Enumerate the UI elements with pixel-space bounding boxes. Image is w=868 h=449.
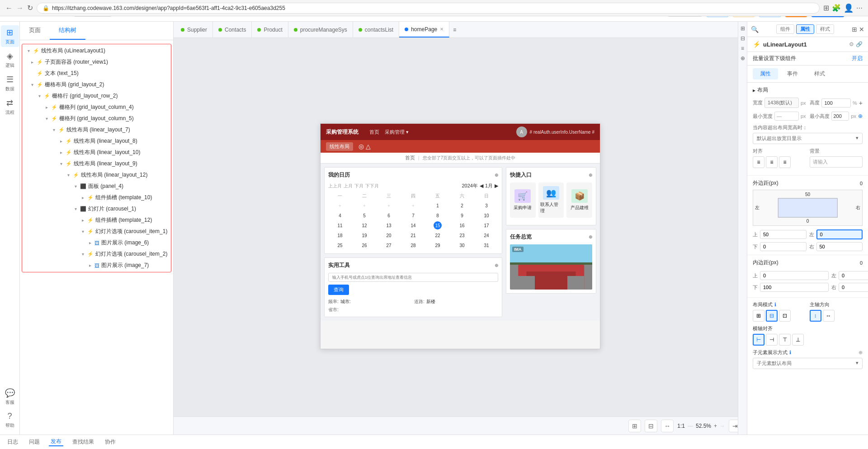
subtab-icon-2[interactable]: △: [366, 143, 371, 150]
tree-item-linear_layout_9[interactable]: ▾ ⚡ 线性布局 (linear_layout_9): [58, 158, 171, 169]
sub-tab-styles[interactable]: 样式: [807, 68, 832, 80]
rs-icon-4[interactable]: ⊕: [741, 55, 745, 61]
overflow-select[interactable]: 默认超出放宽日显示 ▾: [753, 133, 863, 144]
rp-props-tab[interactable]: 属性: [796, 24, 814, 34]
cal-cell[interactable]: 14: [401, 221, 425, 230]
extensions-icon[interactable]: 🧩: [832, 4, 841, 12]
cal-cell[interactable]: 25: [328, 241, 352, 250]
margin-left-input[interactable]: [816, 229, 863, 239]
tools-expand-icon[interactable]: ⊕: [495, 263, 498, 268]
cal-cell[interactable]: 23: [450, 231, 474, 240]
cal-cell[interactable]: 29: [426, 241, 449, 250]
cal-cell[interactable]: 16: [450, 221, 474, 230]
batch-toggle[interactable]: 开启: [852, 55, 863, 62]
tree-item-router_view1[interactable]: ▸ ⚡ 子页面容器 (router_view1): [29, 56, 171, 68]
align-right-btn[interactable]: ≡: [779, 156, 791, 168]
sidebar-item-service[interactable]: 💬 客服: [1, 386, 19, 407]
tree-item-uLinearLayout1[interactable]: ▾ ⚡ 线性布局 (uLinearLayout1): [22, 45, 171, 56]
quick-expand-icon[interactable]: ⊕: [589, 173, 592, 178]
cal-cell[interactable]: 30: [450, 241, 474, 250]
tasks-expand-icon[interactable]: ⊕: [589, 234, 592, 239]
layout-button[interactable]: ↔: [661, 420, 674, 432]
quick-icon-contacts[interactable]: 👥 联系人管理: [538, 182, 564, 218]
tree-item-grid_layout_column_4[interactable]: ▸ ⚡ 栅格列 (grid_layout_column_4): [44, 102, 171, 113]
tab-close-icon[interactable]: ✕: [440, 27, 443, 32]
tools-search-input[interactable]: [328, 273, 498, 282]
sidebar-item-logic[interactable]: ◈ 逻辑: [1, 49, 19, 70]
sidebar-item-data[interactable]: ☰ 数据: [1, 72, 19, 94]
cal-nav-prev-prev[interactable]: 上上月: [328, 183, 342, 189]
sidebar-item-help[interactable]: ? 帮助: [1, 409, 19, 431]
height-input[interactable]: 100: [821, 98, 851, 108]
tree-item-grid_layout_column_5[interactable]: ▾ ⚡ 栅格列 (grid_layout_column_5): [44, 113, 171, 124]
cal-cell[interactable]: 24: [475, 231, 498, 240]
cal-cell[interactable]: 22: [426, 231, 449, 240]
layout-mode-btn-1[interactable]: ⊞: [753, 310, 764, 322]
tabs-menu-button[interactable]: ≡: [449, 22, 460, 37]
rp-delete-icon[interactable]: ✕: [859, 26, 864, 33]
layout-mode-btn-3[interactable]: ⊡: [779, 310, 791, 322]
rp-search-icon[interactable]: 🔍: [751, 26, 759, 33]
cal-nav-next[interactable]: 下月: [354, 183, 363, 189]
min-height-input[interactable]: 200: [831, 112, 849, 121]
cross-axis-btn-4[interactable]: ⊥: [792, 334, 804, 346]
cal-cell[interactable]: 3: [475, 201, 498, 210]
cal-cell[interactable]: 1: [426, 201, 449, 210]
cal-cell[interactable]: +: [328, 201, 352, 210]
cal-cell[interactable]: 10: [475, 211, 498, 220]
bottom-tab-issues[interactable]: 问题: [27, 438, 42, 446]
align-left-btn[interactable]: ≡: [753, 156, 764, 168]
rp-link-icon[interactable]: 🔗: [856, 41, 863, 47]
tab-product[interactable]: Product: [252, 22, 288, 37]
cal-arrow-right[interactable]: ▶: [495, 183, 498, 189]
width-input[interactable]: 1438(默认): [764, 98, 799, 108]
cal-cell[interactable]: 12: [353, 221, 376, 230]
cal-nav-next-next[interactable]: 下下月: [365, 183, 379, 189]
cal-cell[interactable]: 18: [328, 231, 352, 240]
sub-tab-events[interactable]: 事件: [780, 68, 805, 80]
subtab-icon-1[interactable]: ◎: [359, 143, 364, 150]
rp-settings-icon[interactable]: ⚙: [849, 41, 854, 47]
margin-right-input[interactable]: [816, 242, 863, 251]
padding-left-input[interactable]: [839, 271, 868, 280]
cal-cell[interactable]: 17: [475, 221, 498, 230]
tab-supplier[interactable]: Supplier: [175, 22, 213, 37]
preview-nav-procure[interactable]: 采购管理 ▾: [385, 129, 409, 136]
cross-axis-btn-2[interactable]: ⊣: [766, 334, 778, 346]
bottom-tab-publish[interactable]: 发布: [49, 438, 63, 446]
tree-item-panel_4[interactable]: ▾ ⬛ 面板 (panel_4): [73, 181, 171, 192]
main-axis-horizontal-btn[interactable]: ↔: [823, 310, 835, 322]
cal-cell[interactable]: 13: [377, 221, 401, 230]
cal-cell[interactable]: 26: [353, 241, 376, 250]
tree-item-carousel_item_2[interactable]: ▾ ⚡ 幻灯片选项 (carousel_item_2): [80, 248, 171, 260]
cal-cell[interactable]: 5: [353, 211, 376, 220]
cal-cell[interactable]: 20: [377, 231, 401, 240]
sidebar-item-process[interactable]: ⇄ 流程: [1, 96, 19, 117]
child-layout-select[interactable]: 子元素默认布局 ▾: [753, 358, 863, 369]
rs-icon-2[interactable]: ⊟: [741, 35, 745, 42]
cal-cell[interactable]: 8: [426, 211, 449, 220]
rs-icon-1[interactable]: ⊞: [741, 25, 745, 32]
cal-nav-prev[interactable]: 上月: [344, 183, 353, 189]
cal-cell[interactable]: 2: [450, 201, 474, 210]
cal-cell-today[interactable]: 15: [434, 221, 442, 229]
rp-styles-tab[interactable]: 样式: [816, 24, 834, 34]
copy-canvas-button[interactable]: ⊞: [628, 420, 641, 432]
cal-cell[interactable]: 31: [475, 241, 498, 250]
quick-icon-purchase[interactable]: 🛒 采购申请: [510, 182, 536, 218]
height-plus-icon[interactable]: +: [859, 99, 863, 107]
padding-right-input[interactable]: [839, 283, 868, 292]
cross-axis-btn-1[interactable]: ⊢: [753, 334, 764, 346]
tab-contactsList[interactable]: contactsList: [353, 22, 399, 37]
cal-cell[interactable]: +: [353, 201, 376, 210]
cal-cell[interactable]: 7: [401, 211, 425, 220]
preview-nav-home[interactable]: 首页: [369, 129, 379, 136]
tab-structure[interactable]: 结构树: [50, 22, 85, 40]
tab-procureManageSys[interactable]: procureManageSys: [288, 22, 353, 37]
margin-top-input[interactable]: [760, 230, 807, 239]
zoom-in-button[interactable]: +: [714, 423, 717, 429]
cal-cell[interactable]: 6: [377, 211, 401, 220]
bottom-tab-logs[interactable]: 日志: [5, 438, 20, 446]
back-button[interactable]: ←: [5, 4, 13, 12]
rp-components-tab[interactable]: 组件: [776, 24, 794, 34]
